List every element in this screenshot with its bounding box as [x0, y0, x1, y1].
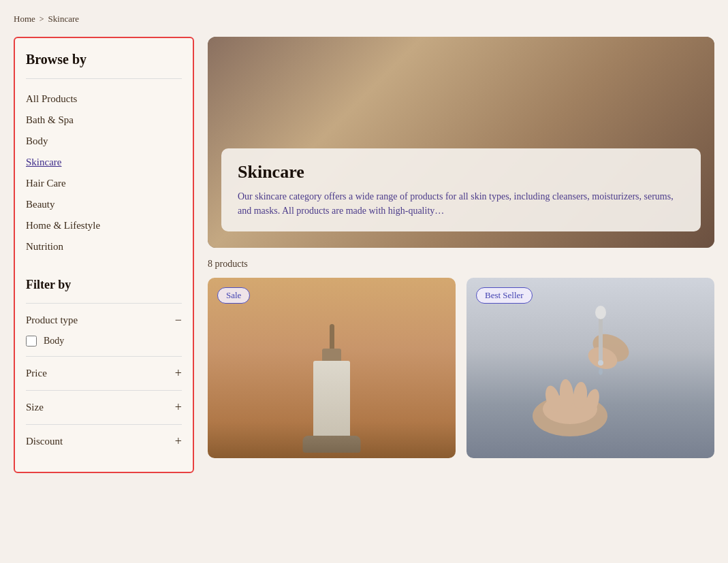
- filter-option-body-label: Body: [44, 336, 64, 347]
- sidebar-item-all-products[interactable]: All Products: [26, 89, 182, 110]
- hero-overlay-card: Skincare Our skincare category offers a …: [221, 148, 701, 231]
- sidebar-link-skincare[interactable]: Skincare: [26, 157, 61, 167]
- sidebar-item-body[interactable]: Body: [26, 131, 182, 152]
- hero-container: Skincare Our skincare category offers a …: [208, 37, 714, 248]
- svg-rect-8: [599, 314, 603, 361]
- filter-option-body[interactable]: Body: [26, 336, 182, 347]
- filter-size-header[interactable]: Size +: [26, 400, 182, 415]
- filter-discount: Discount +: [26, 424, 182, 458]
- filter-price: Price +: [26, 356, 182, 390]
- sidebar-item-nutrition[interactable]: Nutrition: [26, 236, 182, 257]
- sidebar-link-beauty[interactable]: Beauty: [26, 199, 55, 210]
- filter-product-type-body: Body: [26, 336, 182, 347]
- sidebar-link-home-lifestyle[interactable]: Home & Lifestyle: [26, 220, 100, 231]
- filter-price-header[interactable]: Price +: [26, 366, 182, 381]
- main-content: Browse by All Products Bath & Spa Body S…: [14, 37, 714, 473]
- right-content: Skincare Our skincare category offers a …: [208, 37, 714, 473]
- breadcrumb-home[interactable]: Home: [14, 14, 35, 25]
- hero-title: Skincare: [238, 162, 684, 182]
- sidebar: Browse by All Products Bath & Spa Body S…: [14, 37, 194, 473]
- browse-divider: [26, 78, 182, 79]
- filter-price-label: Price: [26, 368, 47, 379]
- page-wrapper: Home > Skincare Browse by All Products B…: [0, 0, 728, 487]
- products-count: 8 products: [208, 259, 714, 270]
- sidebar-link-all-products[interactable]: All Products: [26, 93, 77, 104]
- category-nav: All Products Bath & Spa Body Skincare Ha…: [26, 89, 182, 257]
- filter-section: Filter by Product type − Body: [26, 278, 182, 458]
- filter-checkbox-body[interactable]: [26, 336, 37, 347]
- browse-section: Browse by All Products Bath & Spa Body S…: [26, 52, 182, 257]
- filter-discount-header[interactable]: Discount +: [26, 434, 182, 449]
- breadcrumb-separator: >: [39, 14, 44, 25]
- svg-point-9: [595, 306, 606, 319]
- sidebar-item-home-lifestyle[interactable]: Home & Lifestyle: [26, 215, 182, 236]
- sidebar-link-nutrition[interactable]: Nutrition: [26, 241, 63, 252]
- filter-title: Filter by: [26, 278, 182, 292]
- sidebar-item-beauty[interactable]: Beauty: [26, 194, 182, 215]
- product-card-2[interactable]: Best Seller: [466, 278, 714, 458]
- product-dropper-illustration: [466, 278, 714, 458]
- hero-description: Our skincare category offers a wide rang…: [238, 189, 684, 218]
- sidebar-item-bath-spa[interactable]: Bath & Spa: [26, 110, 182, 131]
- filter-size: Size +: [26, 390, 182, 424]
- sidebar-link-hair-care[interactable]: Hair Care: [26, 178, 66, 189]
- sidebar-item-hair-care[interactable]: Hair Care: [26, 173, 182, 194]
- filter-size-icon: +: [175, 400, 182, 415]
- products-grid: Sale Best Seller: [208, 278, 714, 458]
- filter-product-type-header[interactable]: Product type −: [26, 313, 182, 327]
- filter-product-type-label: Product type: [26, 315, 78, 326]
- browse-title: Browse by: [26, 52, 182, 67]
- filter-price-icon: +: [175, 366, 182, 381]
- svg-point-10: [598, 360, 603, 366]
- filter-size-label: Size: [26, 402, 44, 413]
- breadcrumb: Home > Skincare: [14, 14, 714, 25]
- product-badge-sale: Sale: [217, 287, 250, 304]
- filter-discount-label: Discount: [26, 436, 63, 447]
- sidebar-item-skincare[interactable]: Skincare: [26, 152, 182, 173]
- product-card-1[interactable]: Sale: [208, 278, 456, 458]
- filter-product-type-icon: −: [175, 313, 182, 327]
- sidebar-link-body[interactable]: Body: [26, 135, 48, 146]
- breadcrumb-current: Skincare: [48, 14, 79, 25]
- filter-product-type: Product type − Body: [26, 303, 182, 356]
- filter-discount-icon: +: [175, 434, 182, 449]
- svg-point-11: [599, 368, 603, 375]
- sidebar-link-bath-spa[interactable]: Bath & Spa: [26, 114, 74, 125]
